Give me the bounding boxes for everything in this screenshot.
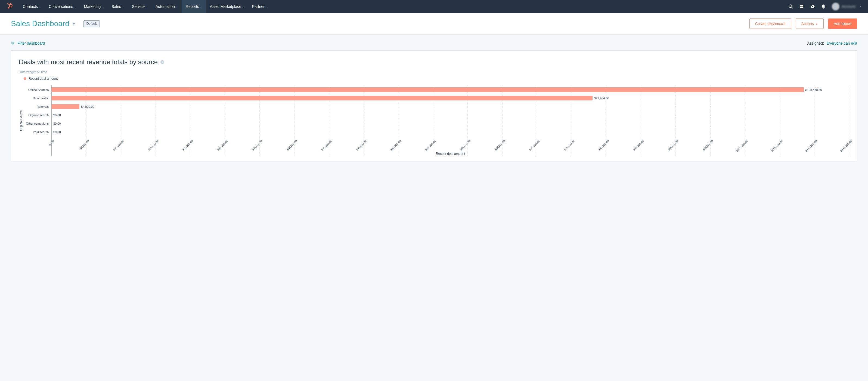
bar-row: $77,984.00: [52, 94, 849, 102]
svg-point-7: [13, 42, 14, 42]
y-axis-title: Original Source: [19, 110, 23, 131]
date-range-value: All time: [36, 70, 47, 74]
actions-label: Actions: [801, 22, 814, 26]
nav-item-label: Asset Marketplace: [210, 4, 241, 9]
chevron-down-icon: ▼: [72, 22, 76, 26]
x-tick-label: $105,000.00: [770, 139, 783, 152]
filter-dashboard-link[interactable]: Filter dashboard: [18, 41, 45, 46]
x-tick-label: $80,000.00: [598, 139, 610, 151]
x-axis-ticks: $0.00$5,000.00$10,000.00$15,000.00$20,00…: [52, 136, 849, 152]
assigned-label: Assigned:: [807, 41, 824, 46]
svg-point-2: [7, 3, 8, 4]
chevron-down-icon: ⌄: [146, 5, 148, 8]
bar-value-label: $4,000.00: [81, 105, 94, 108]
x-tick-label: $45,000.00: [355, 139, 367, 151]
svg-point-6: [8, 7, 9, 8]
x-tick-label: $15,000.00: [147, 139, 159, 151]
y-tick-label: Other campaigns: [23, 119, 52, 128]
chart-bar[interactable]: [52, 104, 80, 109]
chevron-down-icon: ⌄: [176, 5, 178, 8]
nav-item-reports[interactable]: Reports⌄: [182, 0, 206, 13]
chevron-down-icon: ▼: [815, 23, 818, 26]
card-title: Deals with most recent revenue totals by…: [19, 58, 158, 66]
dashboard-title: Sales Dashboard: [11, 19, 69, 28]
card-title-row: Deals with most recent revenue totals by…: [19, 58, 849, 66]
x-tick-label: $20,000.00: [182, 139, 194, 151]
bar-row: $0.00: [52, 111, 849, 119]
nav-item-label: Service: [132, 4, 145, 9]
settings-icon[interactable]: [810, 4, 815, 9]
date-range: Date range: All time: [19, 70, 849, 74]
bar-row: $0.00: [52, 119, 849, 128]
nav-items: Contacts⌄Conversations⌄Marketing⌄Sales⌄S…: [19, 0, 272, 13]
nav-item-label: Reports: [186, 4, 199, 9]
bar-row: $0.00: [52, 128, 849, 136]
chevron-down-icon: ⌄: [102, 5, 104, 8]
date-range-label: Date range:: [19, 70, 36, 74]
x-tick-label: $115,000.00: [840, 139, 852, 152]
nav-item-contacts[interactable]: Contacts⌄: [19, 0, 45, 13]
nav-item-service[interactable]: Service⌄: [128, 0, 152, 13]
x-tick-label: $100,000.00: [736, 139, 748, 152]
nav-item-sales[interactable]: Sales⌄: [108, 0, 128, 13]
y-axis-labels: Offline SourcesDirect trafficReferralsOr…: [23, 85, 52, 156]
bar-value-label: $0.00: [53, 114, 61, 117]
nav-item-asset-marketplace[interactable]: Asset Marketplace⌄: [206, 0, 248, 13]
nav-item-automation[interactable]: Automation⌄: [152, 0, 182, 13]
create-dashboard-button[interactable]: Create dashboard: [749, 19, 791, 29]
chart-legend[interactable]: Recent deal amount: [24, 77, 849, 81]
y-tick-label: Paid search: [23, 128, 52, 136]
marketplace-icon[interactable]: [799, 4, 804, 9]
x-tick-label: $85,000.00: [633, 139, 645, 151]
add-report-button[interactable]: Add report: [828, 19, 857, 29]
x-tick-label: $55,000.00: [425, 139, 436, 151]
nav-item-conversations[interactable]: Conversations⌄: [45, 0, 80, 13]
dashboard-header: Sales Dashboard ▼ Default Create dashboa…: [0, 13, 868, 35]
x-tick-label: $60,000.00: [459, 139, 471, 151]
x-tick-label: $30,000.00: [251, 139, 263, 151]
actions-dropdown-button[interactable]: Actions▼: [796, 19, 824, 29]
nav-item-label: Sales: [112, 4, 121, 9]
chevron-down-icon: ⌄: [266, 5, 268, 8]
bar-value-label: $108,438.60: [805, 88, 822, 91]
nav-item-label: Contacts: [23, 4, 38, 9]
x-axis-title: Recent deal amount: [52, 152, 849, 156]
filter-icon[interactable]: [11, 41, 15, 45]
header-actions: Create dashboard Actions▼ Add report: [749, 19, 857, 29]
x-tick-label: $50,000.00: [390, 139, 402, 151]
chevron-down-icon: ▾: [860, 5, 862, 8]
chart-bars: $108,438.60$77,984.00$4,000.00$0.00$0.00…: [52, 85, 849, 136]
assigned-value-link[interactable]: Everyone can edit: [827, 41, 857, 46]
chevron-down-icon: ⌄: [200, 5, 202, 8]
svg-point-8: [13, 43, 13, 43]
dashboard-title-dropdown[interactable]: Sales Dashboard ▼: [11, 19, 76, 28]
x-tick-label: $110,000.00: [805, 139, 818, 152]
x-tick-label: $35,000.00: [286, 139, 298, 151]
legend-label: Recent deal amount: [29, 77, 58, 81]
chart-bar[interactable]: [52, 87, 804, 92]
search-icon[interactable]: [788, 4, 793, 9]
legend-swatch: [24, 77, 26, 80]
account-menu[interactable]: Account ▾: [832, 3, 862, 10]
y-tick-label: Offline Sources: [23, 85, 52, 94]
hubspot-logo[interactable]: [6, 3, 12, 10]
x-tick-label: $25,000.00: [216, 139, 228, 151]
chart-plot[interactable]: $108,438.60$77,984.00$4,000.00$0.00$0.00…: [52, 85, 849, 156]
chart-bar[interactable]: [52, 96, 592, 100]
nav-item-label: Partner: [252, 4, 265, 9]
notifications-icon[interactable]: [821, 4, 826, 9]
bar-row: $4,000.00: [52, 102, 849, 111]
report-card: Deals with most recent revenue totals by…: [11, 50, 857, 162]
nav-item-marketing[interactable]: Marketing⌄: [80, 0, 108, 13]
x-tick-label: $65,000.00: [494, 139, 506, 151]
svg-point-9: [13, 44, 14, 45]
chevron-down-icon: ⌄: [39, 5, 41, 8]
bar-value-label: $77,984.00: [594, 97, 609, 100]
info-icon[interactable]: i: [160, 60, 164, 64]
x-tick-label: $70,000.00: [529, 139, 540, 151]
filter-row: Filter dashboard Assigned: Everyone can …: [0, 35, 868, 50]
y-tick-label: Referrals: [23, 102, 52, 111]
x-tick-label: $75,000.00: [563, 139, 575, 151]
account-name: Account: [842, 4, 858, 9]
nav-item-partner[interactable]: Partner⌄: [248, 0, 272, 13]
